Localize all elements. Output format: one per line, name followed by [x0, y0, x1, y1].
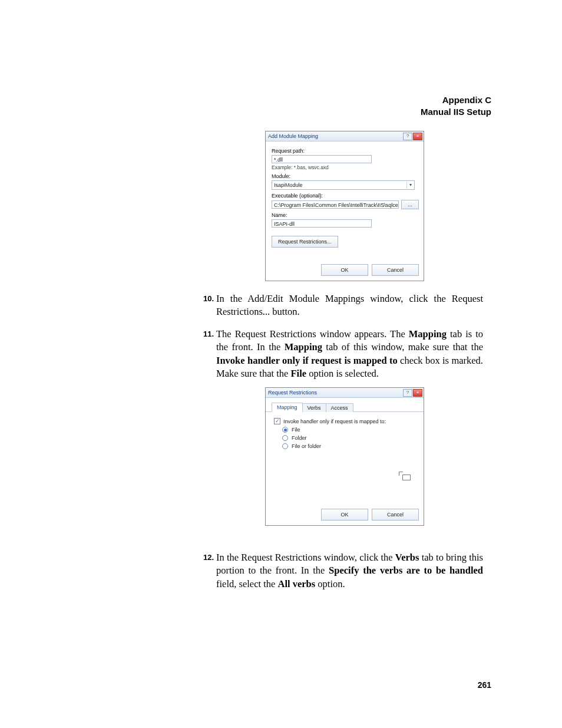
tab-strip: Mapping Verbs Access [266, 398, 424, 412]
resize-handle-icon[interactable] [401, 473, 413, 482]
step-12-text: In the Request Restrictions window, clic… [200, 551, 483, 591]
help-icon[interactable]: ? [403, 389, 412, 397]
request-restrictions-dialog: Request Restrictions ? × Mapping Verbs A… [265, 387, 424, 526]
radio-fileorfolder-label: File or folder [292, 443, 321, 449]
radio-icon [282, 435, 288, 441]
request-path-hint: Example: *.bas, wsvc.axd [272, 164, 419, 170]
radio-folder-label: Folder [292, 435, 307, 441]
request-restrictions-button[interactable]: Request Restrictions... [272, 236, 338, 248]
tab-access[interactable]: Access [326, 403, 353, 412]
chevron-down-icon: ▾ [406, 182, 414, 189]
dialog-titlebar: Add Module Mapping ? × [266, 131, 424, 141]
executable-input[interactable]: C:\Program Files\Common Files\IntelliTra… [272, 200, 399, 209]
radio-icon [282, 443, 288, 449]
radio-icon [282, 427, 288, 433]
request-path-label: Request path: [272, 148, 419, 154]
step-11-text: The Request Restrictions window appears.… [200, 328, 483, 380]
module-select[interactable]: IsapiModule ▾ [272, 180, 415, 190]
add-module-mapping-dialog: Add Module Mapping ? × Request path: *.d… [265, 131, 424, 281]
radio-file[interactable]: File [282, 427, 416, 433]
request-path-input[interactable]: *.dll [272, 155, 372, 163]
radio-folder[interactable]: Folder [282, 435, 416, 441]
cancel-button[interactable]: Cancel [372, 509, 419, 521]
dialog-title: Request Restrictions [268, 390, 317, 396]
header-line-1: Appendix C [421, 94, 491, 106]
dialog-title: Add Module Mapping [268, 133, 318, 139]
step-10-text: In the Add/Edit Module Mappings window, … [200, 292, 483, 319]
invoke-handler-label: Invoke handler only if request is mapped… [283, 419, 386, 424]
browse-button[interactable]: ... [401, 200, 419, 209]
close-icon[interactable]: × [413, 133, 422, 140]
executable-label: Executable (optional): [272, 193, 419, 199]
name-input[interactable]: ISAPI-dll [272, 219, 372, 228]
ok-button[interactable]: OK [321, 509, 368, 521]
cancel-button[interactable]: Cancel [372, 264, 419, 276]
ok-button[interactable]: OK [321, 264, 368, 276]
radio-file-label: File [292, 427, 300, 433]
header-line-2: Manual IIS Setup [421, 106, 491, 118]
checkbox-icon: ✓ [274, 418, 280, 424]
page-number: 261 [478, 680, 491, 690]
tab-mapping[interactable]: Mapping [272, 403, 303, 412]
page-header: Appendix C Manual IIS Setup [421, 94, 491, 117]
tab-verbs[interactable]: Verbs [302, 403, 326, 412]
invoke-handler-checkbox-row[interactable]: ✓ Invoke handler only if request is mapp… [274, 418, 416, 424]
close-icon[interactable]: × [413, 389, 422, 397]
module-value: IsapiModule [274, 182, 303, 188]
dialog-titlebar: Request Restrictions ? × [266, 388, 424, 398]
name-label: Name: [272, 212, 419, 218]
help-icon[interactable]: ? [403, 133, 412, 140]
module-label: Module: [272, 173, 419, 179]
radio-file-or-folder[interactable]: File or folder [282, 443, 416, 449]
